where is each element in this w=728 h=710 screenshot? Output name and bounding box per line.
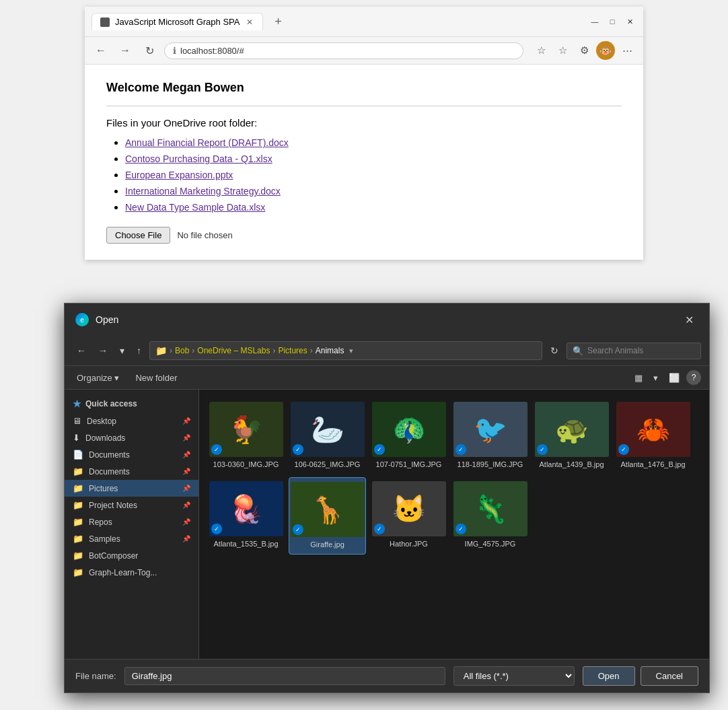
close-window-button[interactable]: ✕: [623, 15, 636, 28]
file-check-8: ✓: [374, 524, 385, 534]
pictures-folder-icon: 📁: [73, 483, 83, 493]
filename-input[interactable]: [124, 667, 445, 685]
search-input[interactable]: [587, 346, 695, 355]
sidebar-item-desktop[interactable]: 🖥 Desktop 📌: [65, 413, 198, 429]
view-dropdown-button[interactable]: ▾: [649, 371, 662, 385]
breadcrumb-bob[interactable]: Bob: [175, 346, 189, 355]
pin-icon-project-notes: 📌: [182, 501, 190, 509]
sidebar-item-pictures[interactable]: 📁 Pictures 📌: [65, 480, 198, 497]
dialog-body: ★ Quick access 🖥 Desktop 📌 ⬇ Downloads 📌…: [65, 390, 709, 659]
organize-button[interactable]: Organize ▾: [73, 371, 123, 385]
sidebar-item-samples[interactable]: 📁 Samples 📌: [65, 530, 198, 547]
file-item-8[interactable]: 🐱 ✓ Hathor.JPG: [370, 477, 447, 554]
sidebar-item-project-notes[interactable]: 📁 Project Notes 📌: [65, 497, 198, 513]
breadcrumb-animals[interactable]: Animals: [316, 346, 344, 355]
profile-avatar[interactable]: 🐵: [596, 41, 615, 60]
collections-icon[interactable]: ☆: [553, 41, 572, 60]
file-name-0: 103-0360_IMG.JPG: [213, 460, 279, 469]
file-check-6: ✓: [211, 524, 222, 534]
file-item-1[interactable]: 🦢 ✓ 106-0625_IMG.JPG: [289, 398, 366, 473]
sidebar-item-repos[interactable]: 📁 Repos 📌: [65, 513, 198, 530]
sidebar-label-downloads: Downloads: [85, 433, 177, 443]
file-item-2[interactable]: 🦚 ✓ 107-0751_IMG.JPG: [370, 398, 447, 473]
view-mode-button[interactable]: ▦: [630, 371, 647, 385]
pin-icon-downloads: 📌: [182, 434, 190, 441]
list-item: Annual Financial Report (DRAFT).docx: [125, 137, 622, 149]
address-bar[interactable]: ℹ localhost:8080/#: [164, 42, 523, 59]
refresh-button[interactable]: ↻: [140, 41, 159, 60]
maximize-button[interactable]: □: [606, 15, 619, 28]
choose-file-button[interactable]: Choose File: [106, 227, 170, 244]
pin-icon-pictures: 📌: [182, 485, 190, 492]
filetype-select[interactable]: All files (*.*): [453, 666, 575, 686]
file-link-2[interactable]: European Expansion.pptx: [125, 170, 233, 180]
desktop-folder-icon: 🖥: [73, 416, 81, 426]
quick-access-label: Quick access: [85, 399, 137, 409]
dialog-forward-button[interactable]: →: [94, 343, 112, 358]
breadcrumb-dropdown[interactable]: ▾: [349, 347, 353, 355]
window-controls: — □ ✕: [588, 15, 636, 28]
sidebar-label-documents-1: Documents: [89, 450, 177, 460]
file-item-5[interactable]: 🦀 ✓ Atlanta_1476_B.jpg: [614, 398, 692, 473]
breadcrumb-sep-0: ›: [170, 346, 172, 355]
file-item-9[interactable]: 🦎 ✓ IMG_4575.JPG: [451, 477, 529, 554]
file-link-4[interactable]: New Data Type Sample Data.xlsx: [125, 202, 265, 213]
preview-pane-button[interactable]: ⬜: [665, 371, 684, 385]
file-thumb-3: 🐦 ✓: [453, 402, 527, 457]
browser-tab[interactable]: JavaScript Microsoft Graph SPA ✕: [92, 13, 263, 30]
file-item-7[interactable]: 🦒 ✓ Giraffe.jpg: [289, 477, 366, 554]
dialog-up-button[interactable]: ↑: [133, 343, 145, 358]
page-content: Welcome Megan Bowen Files in your OneDri…: [85, 65, 643, 260]
file-link-0[interactable]: Annual Financial Report (DRAFT).docx: [125, 137, 289, 148]
new-tab-button[interactable]: +: [268, 12, 287, 31]
sidebar-item-downloads[interactable]: ⬇ Downloads 📌: [65, 429, 198, 446]
search-box: 🔍: [567, 343, 701, 359]
tab-title: JavaScript Microsoft Graph SPA: [115, 17, 240, 27]
dialog-back-button[interactable]: ←: [73, 343, 90, 358]
file-link-1[interactable]: Contoso Purchasing Data - Q1.xlsx: [125, 153, 272, 164]
open-file-dialog: e Open ✕ ← → ▾ ↑ 📁 › Bob › OneDrive – MS…: [64, 303, 710, 693]
breadcrumb-onedrive[interactable]: OneDrive – MSLabs: [197, 346, 270, 355]
sidebar-item-botcomposer[interactable]: 📁 BotComposer: [65, 547, 198, 564]
favorites-icon[interactable]: ☆: [532, 41, 550, 60]
sidebar-item-documents-1[interactable]: 📄 Documents 📌: [65, 446, 198, 463]
dialog-nav-bar: ← → ▾ ↑ 📁 › Bob › OneDrive – MSLabs › Pi…: [65, 336, 709, 366]
file-thumb-0: 🐓 ✓: [209, 402, 283, 457]
help-button[interactable]: ?: [686, 370, 701, 385]
file-pane: 🐓 ✓ 103-0360_IMG.JPG 🦢 ✓ 106-0625_IMG.JP…: [199, 390, 709, 659]
documents-2-icon: 📁: [73, 466, 83, 476]
cancel-button[interactable]: Cancel: [641, 666, 698, 686]
sidebar-label-documents-2: Documents: [89, 467, 177, 476]
breadcrumb-pictures[interactable]: Pictures: [278, 346, 307, 355]
file-check-9: ✓: [456, 524, 466, 534]
dialog-refresh-button[interactable]: ↻: [546, 343, 562, 359]
pin-icon-documents-2: 📌: [182, 468, 190, 475]
file-item-0[interactable]: 🐓 ✓ 103-0360_IMG.JPG: [207, 398, 285, 473]
file-item-4[interactable]: 🐢 ✓ Atlanta_1439_B.jpg: [533, 398, 610, 473]
back-button[interactable]: ←: [92, 41, 110, 60]
breadcrumb-sep-3: ›: [310, 346, 313, 355]
file-item-3[interactable]: 🐦 ✓ 118-1895_IMG.JPG: [451, 398, 529, 473]
list-item: New Data Type Sample Data.xlsx: [125, 201, 622, 213]
settings-icon[interactable]: ⋯: [618, 41, 636, 60]
tab-page-icon: [100, 17, 110, 27]
file-link-3[interactable]: International Marketing Strategy.docx: [125, 186, 281, 197]
minimize-button[interactable]: —: [588, 15, 602, 28]
edge-browser-icon: e: [75, 313, 89, 326]
new-folder-button[interactable]: New folder: [130, 371, 182, 385]
documents-1-icon: 📄: [73, 450, 83, 460]
file-item-6[interactable]: 🪼 ✓ Atlanta_1535_B.jpg: [207, 477, 285, 554]
forward-button[interactable]: →: [116, 41, 135, 60]
browser-sync-icon[interactable]: ⚙: [575, 41, 593, 60]
open-button[interactable]: Open: [583, 666, 635, 686]
file-name-5: Atlanta_1476_B.jpg: [620, 460, 685, 469]
dialog-close-button[interactable]: ✕: [680, 310, 698, 329]
search-icon: 🔍: [573, 346, 583, 356]
dialog-nav-down[interactable]: ▾: [116, 343, 129, 358]
sidebar-item-graph-learn[interactable]: 📁 Graph-Learn-Tog...: [65, 564, 198, 581]
sidebar-item-documents-2[interactable]: 📁 Documents 📌: [65, 463, 198, 480]
file-thumb-6: 🪼 ✓: [209, 481, 283, 536]
tab-close-btn[interactable]: ✕: [245, 17, 254, 27]
toolbar-icons: ☆ ☆ ⚙ 🐵 ⋯: [532, 41, 636, 60]
browser-titlebar: JavaScript Microsoft Graph SPA ✕ + — □ ✕: [85, 7, 643, 37]
